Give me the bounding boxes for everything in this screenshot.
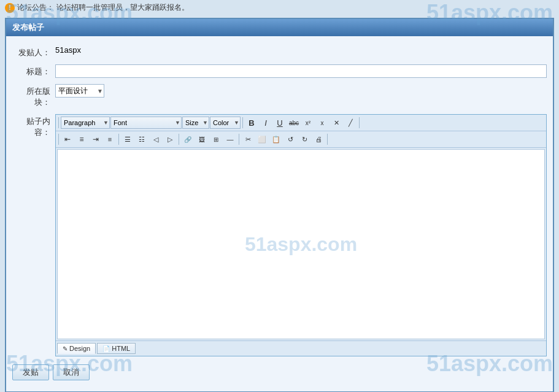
html-tab-label: HTML <box>112 345 130 352</box>
title-label: 标题： <box>12 64 55 77</box>
tb-sep-0 <box>58 117 59 128</box>
html-tab[interactable]: 📄 HTML <box>97 343 136 354</box>
cancel-button[interactable]: 取消 <box>53 364 90 380</box>
align-justify-button[interactable]: ≡ <box>103 133 117 146</box>
tb-sep-3 <box>58 134 59 145</box>
form-container: 发布帖子 发贴人： 51aspx 标题： 所在版块： 平面设计 程序开发 其他 <box>5 18 554 392</box>
cut-button[interactable]: ✂ <box>241 133 255 146</box>
tb-sep-4 <box>118 134 119 145</box>
paragraph-select-wrap: Paragraph Heading 1 Heading 2 Heading 3 … <box>61 117 110 129</box>
bold-button[interactable]: B <box>245 116 258 129</box>
editor-tabs: ✎ Design 📄 HTML <box>56 340 546 356</box>
undo-button[interactable]: ↺ <box>283 133 297 146</box>
indent-more-button[interactable]: ▷ <box>163 133 177 146</box>
insert-line-button[interactable]: — <box>223 133 237 146</box>
underline-button[interactable]: U <box>273 116 287 129</box>
paragraph-select[interactable]: Paragraph Heading 1 Heading 2 Heading 3 <box>61 117 110 129</box>
content-row: 贴子内容： Paragraph Heading 1 Heading 2 Head… <box>6 111 553 359</box>
toolbar-row-1: Paragraph Heading 1 Heading 2 Heading 3 … <box>56 115 546 131</box>
section-control: 平面设计 程序开发 其他 ▼ <box>55 84 547 98</box>
tb-sep-7 <box>327 134 328 145</box>
unordered-list-button[interactable]: ☰ <box>121 133 134 146</box>
announcement-message: 论坛招聘一批管理员，望大家踊跃报名。 <box>56 2 189 13</box>
ordered-list-button[interactable]: ☷ <box>135 133 148 146</box>
editor-wrap: Paragraph Heading 1 Heading 2 Heading 3 … <box>55 114 547 356</box>
tb-sep-6 <box>239 134 239 145</box>
insert-table-button[interactable]: ⊞ <box>209 133 223 146</box>
font-select-wrap: Font Arial Times New Roman 宋体 ▼ <box>110 117 182 129</box>
draw-line-button[interactable]: ╱ <box>344 116 357 129</box>
color-select-wrap: Color ▼ <box>210 117 241 129</box>
tb-sep-5 <box>179 134 179 145</box>
toolbar-row-2: ⇤ ≡ ⇥ ≡ ☰ ☷ ◁ ▷ 🔗 🖼 ⊞ — <box>56 131 546 148</box>
form-body: 发贴人： 51aspx 标题： 所在版块： 平面设计 程序开发 其他 ▼ <box>6 36 553 391</box>
design-tab[interactable]: ✎ Design <box>57 343 96 354</box>
align-left-button[interactable]: ⇤ <box>61 133 74 146</box>
section-row: 所在版块： 平面设计 程序开发 其他 ▼ <box>6 81 553 111</box>
title-control <box>55 64 547 78</box>
clear-format-button[interactable]: ✕ <box>330 116 343 129</box>
editor-container: Paragraph Heading 1 Heading 2 Heading 3 … <box>55 114 547 356</box>
section-select-wrap: 平面设计 程序开发 其他 ▼ <box>55 84 104 98</box>
editor-content-area: 51aspx.com <box>57 149 545 339</box>
strikethrough-button[interactable]: abc <box>287 116 301 129</box>
html-tab-icon: 📄 <box>102 345 110 352</box>
announcement-bar: ! 论坛公告： 论坛招聘一批管理员，望大家踊跃报名。 <box>0 0 559 15</box>
italic-button[interactable]: I <box>259 116 272 129</box>
design-tab-icon: ✎ <box>63 345 67 352</box>
redo-button[interactable]: ↻ <box>298 133 311 146</box>
content-label: 贴子内容： <box>12 114 55 138</box>
align-center-button[interactable]: ≡ <box>75 133 88 146</box>
insert-link-button[interactable]: 🔗 <box>181 133 195 146</box>
design-tab-label: Design <box>69 345 90 352</box>
font-select[interactable]: Font Arial Times New Roman 宋体 <box>110 117 182 129</box>
title-row: 标题： <box>6 61 553 81</box>
title-input[interactable] <box>55 64 547 78</box>
color-select[interactable]: Color <box>210 117 241 129</box>
submit-button[interactable]: 发贴 <box>12 364 49 380</box>
size-select-wrap: Size 81012 14161824 ▼ <box>182 117 209 129</box>
indent-less-button[interactable]: ◁ <box>149 133 163 146</box>
announcement-text-label: 论坛公告： <box>17 2 54 13</box>
poster-value: 51aspx <box>55 45 547 55</box>
subscript-button[interactable]: x <box>315 116 329 129</box>
paste-button[interactable]: 📋 <box>269 133 283 146</box>
superscript-button[interactable]: x² <box>301 116 315 129</box>
insert-image-button[interactable]: 🖼 <box>195 133 209 146</box>
action-row: 发贴 取消 <box>6 359 553 385</box>
form-title: 发布帖子 <box>6 19 553 36</box>
tb-sep-2 <box>359 117 360 128</box>
section-label: 所在版块： <box>12 84 55 108</box>
section-select[interactable]: 平面设计 程序开发 其他 <box>55 84 104 98</box>
align-right-button[interactable]: ⇥ <box>89 133 102 146</box>
print-button[interactable]: 🖨 <box>312 133 325 146</box>
announcement-icon: ! <box>5 3 15 13</box>
poster-row: 发贴人： 51aspx <box>6 42 553 61</box>
poster-label: 发贴人： <box>12 45 55 58</box>
tb-sep-1 <box>242 117 243 128</box>
copy-button[interactable]: ⬜ <box>255 133 269 146</box>
size-select[interactable]: Size 81012 14161824 <box>182 117 209 129</box>
editor-editable[interactable] <box>58 150 544 339</box>
